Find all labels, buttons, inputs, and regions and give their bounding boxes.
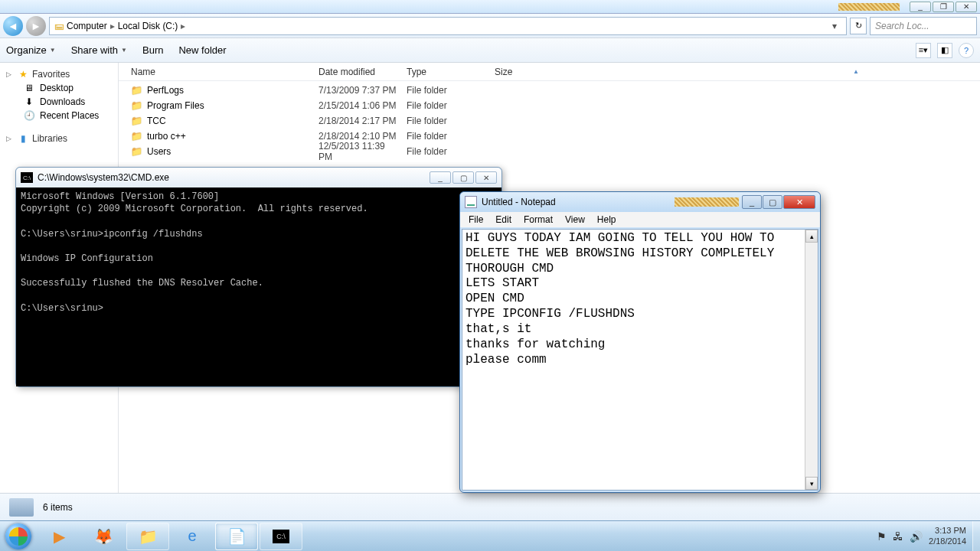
start-button[interactable] (0, 521, 37, 552)
sort-indicator-icon: ▲ (847, 68, 865, 75)
sidebar-item-desktop[interactable]: 🖥Desktop (0, 81, 118, 95)
tray-volume-icon[interactable]: 🔊 (910, 530, 923, 543)
cmd-output[interactable]: Microsoft Windows [Version 6.1.7600] Cop… (16, 187, 501, 386)
taskbar-explorer[interactable]: 📁 (126, 523, 169, 550)
title-hatch (838, 3, 900, 11)
taskbar-cmd[interactable]: C:\ (260, 523, 302, 550)
tray-clock[interactable]: 3:13 PM2/18/2014 (929, 526, 966, 546)
help-button[interactable]: ? (959, 43, 974, 58)
folder-icon: 📁 (131, 146, 142, 157)
notepad-icon (465, 196, 477, 208)
notepad-text-area[interactable]: HI GUYS TODAY IAM GOING TO TELL YOU HOW … (462, 230, 805, 490)
search-input[interactable]: Search Loc... (870, 17, 977, 35)
downloads-icon: ⬇ (23, 96, 35, 107)
notepad-menu: File Edit Format View Help (460, 212, 820, 227)
search-placeholder: Search Loc... (875, 21, 929, 31)
scroll-down-icon[interactable]: ▾ (805, 477, 818, 490)
folder-icon: 📁 (131, 85, 142, 96)
tray-flag-icon[interactable]: ⚑ (877, 530, 887, 543)
address-bar: ◄ ► 🖴 Computer ▸ Local Disk (C:) ▸ ▾ ↻ S… (0, 14, 980, 38)
drive-status-icon (9, 498, 34, 517)
address-dropdown-icon[interactable]: ▾ (828, 21, 841, 31)
title-hatch (675, 197, 739, 207)
breadcrumb-root[interactable]: Computer (67, 21, 107, 31)
taskbar-media-player[interactable]: ▶ (38, 523, 80, 550)
back-button[interactable]: ◄ (3, 16, 23, 36)
cmd-maximize-button[interactable]: ▢ (452, 171, 474, 184)
window-frame-top: _ ❐ ✕ (0, 0, 980, 14)
col-size[interactable]: Size (488, 67, 542, 77)
forward-button[interactable]: ► (26, 16, 46, 36)
explorer-toolbar: Organize▼ Share with▼ Burn New folder ≡▾… (0, 38, 980, 63)
taskbar: ▶ 🦊 📁 e 📄 C:\ ⚑ 🖧 🔊 3:13 PM2/18/2014 (0, 520, 980, 551)
file-row[interactable]: 📁TCC 2/18/2014 2:17 PMFile folder (119, 113, 980, 129)
menu-help[interactable]: Help (592, 213, 622, 227)
system-tray: ⚑ 🖧 🔊 3:13 PM2/18/2014 (877, 526, 972, 546)
notepad-maximize-button[interactable]: ▢ (763, 195, 782, 209)
show-desktop-button[interactable] (972, 521, 980, 552)
organize-button[interactable]: Organize▼ (6, 44, 56, 56)
maximize-button[interactable]: ❐ (933, 2, 954, 12)
notepad-titlebar[interactable]: Untitled - Notepad _ ▢ ✕ (460, 192, 820, 212)
notepad-window[interactable]: Untitled - Notepad _ ▢ ✕ File Edit Forma… (459, 191, 821, 493)
breadcrumb-path[interactable]: Local Disk (C:) (118, 21, 178, 31)
notepad-title-text: Untitled - Notepad (482, 197, 556, 207)
col-date[interactable]: Date modified (312, 67, 400, 77)
menu-view[interactable]: View (560, 213, 590, 227)
notepad-minimize-button[interactable]: _ (742, 195, 762, 209)
folder-icon: 📁 (131, 100, 142, 111)
drive-icon: 🖴 (54, 21, 64, 31)
item-count: 6 items (43, 502, 73, 513)
cmd-taskbar-icon: C:\ (273, 530, 289, 543)
status-bar: 6 items (0, 493, 980, 520)
sidebar-item-downloads[interactable]: ⬇Downloads (0, 95, 118, 109)
cmd-minimize-button[interactable]: _ (430, 171, 451, 184)
breadcrumb-sep-icon: ▸ (110, 21, 115, 31)
sidebar-item-recent[interactable]: 🕘Recent Places (0, 109, 118, 122)
taskbar-notepad[interactable]: 📄 (215, 523, 258, 550)
tray-network-icon[interactable]: 🖧 (893, 530, 903, 543)
folder-icon: 📁 (131, 116, 142, 126)
desktop-icon: 🖥 (23, 83, 35, 93)
close-button[interactable]: ✕ (956, 2, 977, 12)
file-row[interactable]: 📁Users 12/5/2013 11:39 PMFile folder (119, 144, 980, 159)
cmd-close-button[interactable]: ✕ (475, 171, 497, 184)
taskbar-firefox[interactable]: 🦊 (82, 523, 125, 550)
share-with-button[interactable]: Share with▼ (71, 44, 127, 56)
refresh-button[interactable]: ↻ (850, 18, 867, 34)
star-icon: ★ (17, 69, 29, 80)
col-type[interactable]: Type (400, 67, 488, 77)
cmd-icon: C:\ (21, 172, 33, 183)
breadcrumb-sep-icon: ▸ (181, 21, 185, 31)
cmd-title-text: C:\Windows\system32\CMD.exe (38, 172, 169, 183)
file-row[interactable]: 📁PerfLogs 7/13/2009 7:37 PMFile folder (119, 83, 980, 98)
minimize-button[interactable]: _ (910, 2, 931, 12)
file-row[interactable]: 📁Program Files 2/15/2014 1:06 PMFile fol… (119, 98, 980, 113)
col-name[interactable]: Name (125, 67, 312, 77)
file-list: 📁PerfLogs 7/13/2009 7:37 PMFile folder 📁… (119, 81, 980, 161)
view-options-button[interactable]: ≡▾ (916, 43, 931, 58)
cmd-window[interactable]: C:\ C:\Windows\system32\CMD.exe _ ▢ ✕ Mi… (15, 167, 502, 387)
scrollbar[interactable]: ▴ ▾ (805, 230, 818, 490)
libraries-icon: ▮ (17, 133, 29, 144)
favorites-group[interactable]: ▷★Favorites (0, 67, 118, 81)
cmd-titlebar[interactable]: C:\ C:\Windows\system32\CMD.exe _ ▢ ✕ (16, 168, 501, 187)
folder-icon: 📁 (131, 131, 142, 142)
menu-file[interactable]: File (463, 213, 488, 227)
notepad-close-button[interactable]: ✕ (783, 195, 815, 209)
windows-orb-icon (5, 523, 31, 549)
address-box[interactable]: 🖴 Computer ▸ Local Disk (C:) ▸ ▾ (49, 17, 847, 35)
menu-edit[interactable]: Edit (490, 213, 517, 227)
libraries-group[interactable]: ▷▮Libraries (0, 132, 118, 145)
recent-icon: 🕘 (23, 110, 35, 121)
taskbar-ie[interactable]: e (171, 523, 214, 550)
burn-button[interactable]: Burn (142, 44, 163, 56)
menu-format[interactable]: Format (518, 213, 558, 227)
preview-pane-button[interactable]: ◧ (937, 43, 952, 58)
file-row[interactable]: 📁turbo c++ 2/18/2014 2:10 PMFile folder (119, 129, 980, 144)
new-folder-button[interactable]: New folder (178, 44, 226, 56)
scroll-up-icon[interactable]: ▴ (805, 230, 818, 243)
